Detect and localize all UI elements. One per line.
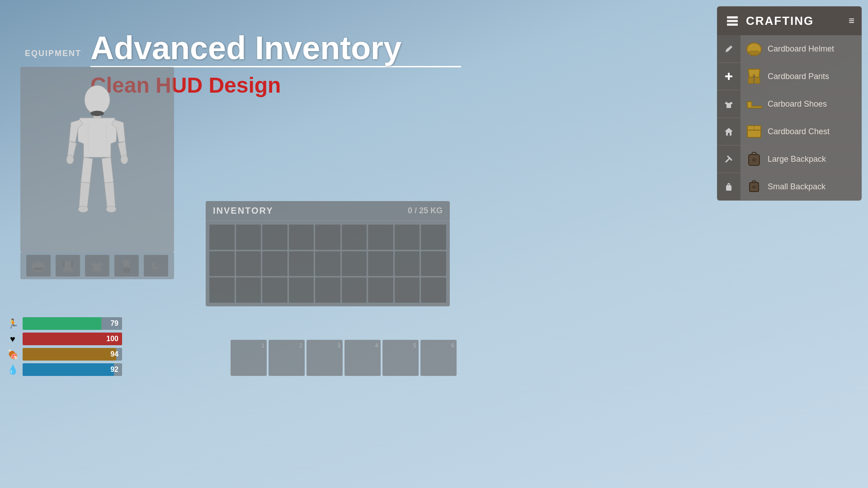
crafting-item-small-backpack[interactable]: Small Backpack (717, 173, 862, 201)
inventory-cell[interactable] (315, 225, 340, 250)
hotbar-slot-4[interactable]: 4 (344, 340, 381, 376)
inventory-cell[interactable] (395, 225, 420, 250)
inventory-cell[interactable] (289, 225, 314, 250)
equip-slot-shirt[interactable] (85, 255, 109, 277)
crafting-item-shoes[interactable]: Carboard Shoes (717, 90, 862, 118)
inventory-cell[interactable] (395, 251, 420, 277)
svg-rect-15 (126, 267, 130, 273)
thirst-bar: 92 (23, 363, 122, 376)
inventory-cell[interactable] (342, 251, 367, 277)
character-panel (20, 67, 174, 252)
svg-point-2 (66, 155, 74, 164)
stamina-bar: 79 (23, 317, 122, 330)
hotbar-slot-1[interactable]: 1 (231, 340, 267, 376)
svg-rect-23 (725, 75, 732, 77)
stat-row-stamina: 🏃 79 (6, 317, 122, 330)
inventory-cell[interactable] (315, 251, 340, 277)
svg-point-3 (121, 155, 128, 164)
thirst-value: 92 (110, 366, 118, 374)
crafting-item-name-helmet: Cardboard Helmet (768, 44, 834, 54)
inventory-cell[interactable] (236, 277, 261, 303)
crafting-item-chest[interactable]: Cardboard Chest (717, 118, 862, 145)
inventory-grid (206, 221, 450, 306)
thirst-fill (23, 363, 114, 376)
svg-rect-13 (71, 261, 73, 267)
inventory-cell[interactable] (368, 277, 393, 303)
inventory-cell[interactable] (289, 277, 314, 303)
inventory-cell[interactable] (421, 225, 446, 250)
inventory-cell[interactable] (262, 225, 288, 250)
hotbar-slot-6[interactable]: 6 (420, 340, 457, 376)
hotbar-slot-3[interactable]: 3 (307, 340, 343, 376)
hotbar-num-6: 6 (451, 342, 454, 349)
equip-slot-chest[interactable] (56, 255, 80, 277)
inventory-cell[interactable] (262, 277, 288, 303)
crafting-thumb-chest (744, 122, 764, 141)
crafting-item-name-shoes: Carboard Shoes (768, 99, 827, 109)
crafting-menu-button[interactable]: ≡ (849, 15, 854, 27)
svg-rect-12 (62, 261, 65, 267)
inventory-cell[interactable] (289, 251, 314, 277)
svg-rect-16 (727, 16, 738, 19)
hotbar-num-1: 1 (261, 342, 264, 349)
inventory-cell[interactable] (262, 251, 288, 277)
inventory-cell[interactable] (209, 251, 235, 277)
crafting-item-name-small-backpack: Small Backpack (768, 182, 826, 192)
inventory-cell[interactable] (395, 277, 420, 303)
equip-slot-head[interactable] (26, 255, 51, 277)
stamina-value: 79 (110, 319, 118, 328)
crafting-thumb-pants (744, 66, 764, 86)
crafting-item-pants[interactable]: Cardboard Pants (717, 63, 862, 90)
equip-slot-legs[interactable] (114, 255, 139, 277)
inventory-cell[interactable] (209, 277, 235, 303)
hotbar: 123456 (231, 340, 457, 376)
crafting-item-name-pants: Cardboard Pants (768, 72, 829, 81)
equipment-slots (20, 252, 174, 279)
crafting-sidebar-icon-chest (717, 118, 741, 145)
inventory-cell[interactable] (236, 251, 261, 277)
hotbar-num-4: 4 (375, 342, 378, 349)
crafting-header-left: CRAFTING (724, 13, 814, 29)
inventory-panel: INVENTORY 0 / 25 KG (206, 201, 450, 306)
hunger-fill (23, 348, 116, 361)
stat-row-thirst: 💧 92 (6, 363, 122, 376)
main-title: Advanced Inventory (90, 32, 461, 64)
inventory-cell[interactable] (315, 277, 340, 303)
inventory-cell[interactable] (421, 251, 446, 277)
crafting-item-large-backpack[interactable]: Large Backpack (717, 145, 862, 173)
hunger-icon: 🍖 (6, 348, 19, 361)
hunger-value: 94 (110, 350, 118, 358)
inventory-cell[interactable] (342, 277, 367, 303)
equip-slot-boots[interactable] (144, 255, 168, 277)
crafting-list: Cardboard Helmet Cardboard Pants Carboar… (717, 35, 862, 201)
svg-rect-17 (727, 20, 738, 22)
crafting-thumb-large-backpack (744, 149, 764, 169)
svg-point-6 (90, 111, 104, 116)
svg-rect-21 (749, 51, 759, 55)
crafting-sidebar-icon-small-backpack (717, 173, 741, 200)
inventory-cell[interactable] (368, 251, 393, 277)
crafting-item-helmet[interactable]: Cardboard Helmet (717, 35, 862, 63)
thirst-icon: 💧 (6, 363, 19, 376)
inventory-header: INVENTORY 0 / 25 KG (206, 201, 450, 221)
hotbar-slot-2[interactable]: 2 (269, 340, 305, 376)
health-bar: 100 (23, 333, 122, 345)
hotbar-slot-5[interactable]: 5 (382, 340, 419, 376)
inventory-cell[interactable] (342, 225, 367, 250)
hunger-bar: 94 (23, 348, 122, 361)
inventory-cell[interactable] (421, 277, 446, 303)
inventory-weight: 0 / 25 KG (408, 206, 443, 216)
inventory-cell[interactable] (368, 225, 393, 250)
inventory-cell[interactable] (236, 225, 261, 250)
crafting-title: CRAFTING (746, 14, 814, 28)
character-model (47, 83, 147, 236)
svg-rect-35 (752, 186, 756, 188)
svg-rect-32 (752, 158, 756, 162)
svg-point-0 (85, 85, 110, 114)
crafting-thumb-small-backpack (744, 177, 764, 197)
crafting-sidebar-icon-helmet (717, 35, 741, 62)
stamina-fill (23, 317, 101, 330)
crafting-thumb-helmet (744, 39, 764, 59)
inventory-cell[interactable] (209, 225, 235, 250)
crafting-sidebar-icon-large-backpack (717, 145, 741, 173)
